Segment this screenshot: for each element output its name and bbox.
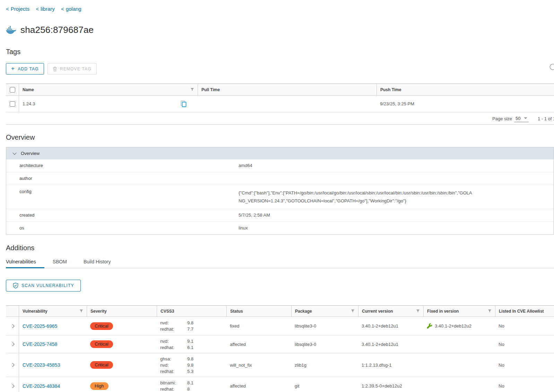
breadcrumb-link-library[interactable]: <library [36, 6, 55, 12]
page-size-value: 50 [516, 115, 520, 121]
vuln-row: CVE-2025-6965 Critical nvd:9.8 redhat:7.… [6, 317, 554, 336]
cvss-source: nvd: [160, 320, 187, 326]
chevron-right-icon [10, 363, 14, 367]
page-size-select[interactable]: 50 [514, 115, 529, 122]
package-value: git [295, 383, 300, 389]
overview-panel: Overview architecture amd64 author confi… [6, 147, 554, 235]
chevron-down-icon [12, 151, 16, 155]
vuln-row: CVE-2025-7458 Critical nvd:9.1 redhat:6.… [6, 336, 554, 353]
expand-row-button[interactable] [6, 317, 19, 335]
filter-icon[interactable] [488, 309, 492, 313]
col-vulnerability: Vulnerability [23, 309, 47, 314]
breadcrumb-label: Projects [11, 6, 29, 12]
select-all-checkbox[interactable] [10, 87, 15, 93]
filter-icon[interactable] [416, 309, 420, 313]
col-listed-in-cve-allowlist: Listed In CVE Allowlist [499, 309, 544, 314]
overview-row-config: config {"Cmd":["bash"],"Env":["PATH=/go/… [6, 185, 554, 209]
trash-icon [53, 67, 57, 71]
breadcrumb-link-golang[interactable]: <golang [61, 6, 81, 12]
package-value: zlib1g [295, 363, 306, 368]
cvss-score: 8.1 [187, 380, 193, 386]
cve-link[interactable]: CVE-2025-6965 [23, 323, 57, 329]
additions-heading: Additions [6, 244, 554, 252]
status-value: affected [230, 383, 246, 389]
wrench-icon [427, 323, 432, 329]
cvss-score: 9.1 [187, 338, 193, 344]
allowlist-value: No [499, 363, 504, 368]
cve-link[interactable]: CVE-2025-7458 [23, 341, 57, 347]
current-version-value: 1:1.2.13.dfsg-1 [362, 363, 392, 368]
cvss-source: bitnami: [160, 380, 187, 386]
cvss-source: ghsa: [160, 356, 187, 362]
filter-icon[interactable] [190, 88, 194, 92]
severity-badge: Critical [90, 340, 113, 348]
field-value: amd64 [235, 159, 478, 172]
vuln-row: CVE-2023-45853 Critical ghsa:9.8 nvd:9.8… [6, 353, 554, 377]
filter-icon[interactable] [351, 309, 355, 313]
tab-vulnerabilities[interactable]: Vulnerabilities [6, 257, 40, 268]
tags-table-footer: Page size 50 1 - 1 of 1 items [6, 112, 554, 125]
tags-col-push-time: Push Time [380, 87, 401, 92]
cvss-score: 6.1 [187, 345, 193, 350]
add-tag-button[interactable]: + ADD TAG [6, 63, 44, 75]
tag-name: 1.24.3 [23, 101, 35, 106]
expand-row-button[interactable] [6, 377, 19, 392]
status-value: affected [230, 342, 246, 347]
field-value [235, 172, 478, 185]
chevron-down-icon [524, 117, 527, 119]
field-value: linux [235, 222, 478, 234]
pagination-range: 1 - 1 of 1 items [538, 116, 554, 121]
severity-badge: High [90, 382, 109, 390]
scan-vulnerability-label: SCAN VULNERABILITY [21, 283, 74, 288]
docker-whale-icon [6, 26, 16, 34]
col-status: Status [230, 309, 243, 314]
refresh-icon[interactable] [549, 63, 554, 71]
field-value: {"Cmd":["bash"],"Env":["PATH=/go/bin:/us… [235, 185, 478, 209]
scan-vulnerability-button[interactable]: SCAN VULNERABILITY [6, 280, 81, 291]
chevron-right-icon [10, 324, 14, 328]
remove-tag-label: REMOVE TAG [60, 67, 92, 71]
cvss-source: redhat: [160, 345, 187, 350]
overview-panel-header[interactable]: Overview [6, 147, 554, 159]
col-package: Package [295, 309, 312, 314]
filter-icon[interactable] [79, 309, 83, 313]
allowlist-value: No [499, 342, 504, 347]
current-version-value: 3.40.1-2+deb12u1 [362, 323, 398, 329]
breadcrumb-chevron: < [6, 6, 9, 12]
breadcrumb-chevron: < [61, 6, 64, 12]
cvss-source: nvd: [160, 362, 187, 368]
cvss-score: 9.8 [187, 320, 193, 326]
field-label: author [6, 172, 235, 185]
tab-build-history[interactable]: Build History [84, 257, 115, 268]
expand-row-button[interactable] [6, 336, 19, 353]
col-cvss3: CVSS3 [161, 309, 174, 314]
additions-tabs: Vulnerabilities SBOM Build History [6, 257, 554, 268]
cvss-source: redhat: [160, 326, 187, 332]
page-title: sha256:879687ae [20, 25, 94, 35]
tag-row-checkbox[interactable] [10, 101, 15, 107]
tags-col-pull-time: Pull Time [201, 87, 220, 92]
field-label: architecture [6, 159, 235, 172]
cvss-score: 9.8 [187, 356, 193, 362]
overview-heading: Overview [6, 133, 554, 141]
cvss-score: 7.7 [187, 326, 193, 332]
plus-icon: + [11, 66, 15, 71]
breadcrumb-link-projects[interactable]: <Projects [6, 6, 29, 12]
status-value: fixed [230, 323, 239, 329]
severity-badge: Critical [90, 322, 113, 330]
cvss-source: redhat: [160, 368, 187, 374]
current-version-value: 3.40.1-2+deb12u1 [362, 342, 398, 347]
breadcrumb-label: golang [66, 6, 81, 12]
expand-row-button[interactable] [6, 353, 19, 377]
remove-tag-button[interactable]: REMOVE TAG [47, 63, 97, 75]
cve-link[interactable]: CVE-2023-45853 [23, 362, 60, 368]
col-fixed-in-version: Fixed in version [427, 309, 459, 314]
cve-link[interactable]: CVE-2025-48384 [23, 383, 60, 389]
package-value: libsqlite3-0 [295, 342, 316, 347]
fixed-version-value: 3.40.1-2+deb12u2 [435, 323, 471, 329]
tab-sbom[interactable]: SBOM [53, 257, 71, 268]
tags-heading: Tags [6, 48, 554, 56]
vulnerabilities-table: Vulnerability Severity CVSS3 Status Pack… [6, 305, 554, 392]
chevron-right-icon [10, 384, 14, 388]
copy-icon[interactable] [181, 101, 187, 107]
